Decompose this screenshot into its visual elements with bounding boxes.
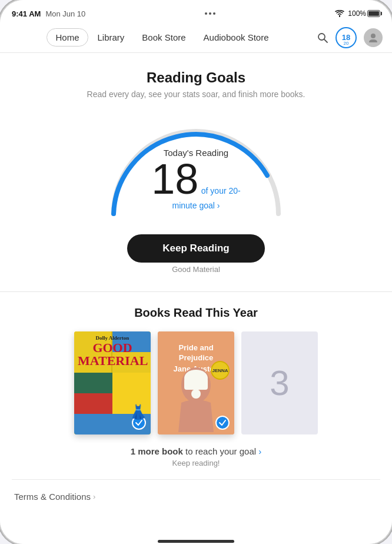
goal-chevron: › xyxy=(217,201,220,210)
books-goal-row[interactable]: 1 more book to reach your goal › xyxy=(12,446,380,456)
book1-graphic: 👗 xyxy=(129,404,147,420)
battery: 100% xyxy=(348,9,380,18)
minutes-number: 18 xyxy=(151,155,198,203)
date: Mon Jun 10 xyxy=(45,9,85,18)
book1-title: GOODMATERIAL xyxy=(78,341,147,367)
gauge-text: Today's Reading 18 of your 20-minute goa… xyxy=(146,148,246,211)
keep-reading-subtitle: Good Material xyxy=(12,265,380,274)
svg-point-0 xyxy=(318,34,325,40)
svg-point-2 xyxy=(371,34,376,38)
terms-link[interactable]: Terms & Conditions › xyxy=(14,492,378,502)
nav-home[interactable]: Home xyxy=(46,28,88,47)
nav-bar: Home Library Book Store Audiobook Store … xyxy=(0,22,392,53)
nav-actions: 18 20 xyxy=(317,27,383,48)
wifi-icon xyxy=(335,10,344,17)
keep-reading-encouragement: Keep reading! xyxy=(12,459,380,467)
status-center xyxy=(205,12,215,15)
reading-goals-subtitle: Read every day, see your stats soar, and… xyxy=(12,89,380,99)
goal-prefix: 1 more book xyxy=(131,446,183,456)
status-right: 100% xyxy=(335,9,380,18)
books-section: Books Read This Year xyxy=(0,292,392,479)
dot3 xyxy=(213,12,215,15)
book-placeholder: 3 xyxy=(241,331,318,434)
books-title: Books Read This Year xyxy=(12,306,380,320)
books-grid: Dolly Alderton GOODMATERIAL 👗 xyxy=(12,331,380,434)
terms-chevron: › xyxy=(93,492,95,501)
status-left: 9:41 AM Mon Jun 10 xyxy=(12,9,85,18)
dot2 xyxy=(209,12,211,15)
terms-label: Terms & Conditions xyxy=(14,492,91,502)
badge-sub: 20 xyxy=(344,41,349,46)
battery-icon xyxy=(367,10,380,17)
time: 9:41 AM xyxy=(12,9,41,18)
nav-audiobook[interactable]: Audiobook Store xyxy=(195,29,277,46)
reading-progress-badge[interactable]: 18 20 xyxy=(335,27,357,48)
nav-library[interactable]: Library xyxy=(89,29,133,46)
reading-goals-title: Reading Goals xyxy=(12,69,380,86)
search-icon[interactable] xyxy=(317,32,328,44)
battery-percent: 100% xyxy=(348,9,366,18)
home-indicator xyxy=(158,540,234,543)
nav-items: Home Library Book Store Audiobook Store xyxy=(9,28,314,47)
reading-goals-section: Reading Goals Read every day, see your s… xyxy=(0,53,392,291)
dot1 xyxy=(205,12,207,15)
goal-suffix: to reach your goal xyxy=(185,446,256,456)
nav-bookstore[interactable]: Book Store xyxy=(134,29,194,46)
battery-fill xyxy=(368,11,379,16)
book-pride[interactable]: Pride andPrejudice Jane Austen JENNA xyxy=(158,331,234,434)
keep-reading-button[interactable]: Keep Reading xyxy=(127,234,264,263)
book-dolly[interactable]: Dolly Alderton GOODMATERIAL 👗 xyxy=(74,331,151,434)
terms-section: Terms & Conditions › xyxy=(0,480,392,513)
bottom-area xyxy=(0,513,392,544)
status-bar: 9:41 AM Mon Jun 10 100% xyxy=(0,0,392,22)
reading-gauge: Today's Reading 18 of your 20-minute goa… xyxy=(96,111,296,223)
book2-title: Pride andPrejudice xyxy=(168,343,224,363)
account-icon[interactable] xyxy=(364,28,383,47)
goal-row-chevron: › xyxy=(258,446,261,456)
svg-rect-5 xyxy=(184,378,208,390)
svg-line-1 xyxy=(324,39,327,42)
svg-point-6 xyxy=(191,389,201,399)
device-frame: 9:41 AM Mon Jun 10 100% xyxy=(0,0,392,544)
main-content: Reading Goals Read every day, see your s… xyxy=(0,53,392,544)
book2-stamp: JENNA xyxy=(211,361,230,380)
book-count: 3 xyxy=(270,363,289,403)
person-icon xyxy=(367,32,379,44)
